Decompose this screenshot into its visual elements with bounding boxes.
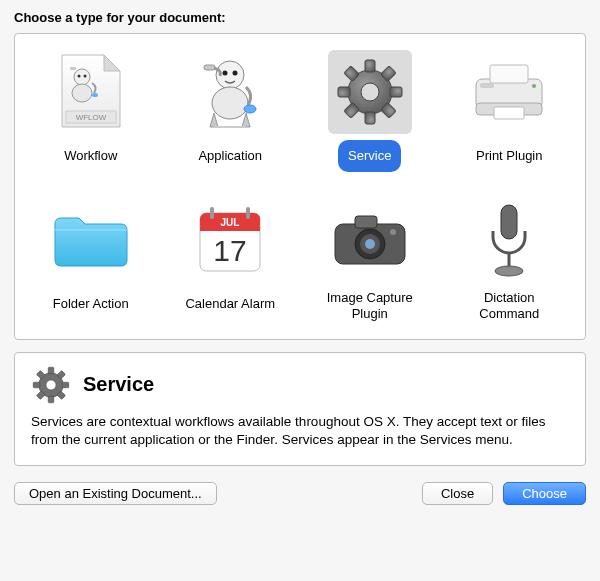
svg-rect-26 [210, 207, 214, 219]
choose-button[interactable]: Choose [503, 482, 586, 505]
svg-point-5 [72, 84, 92, 102]
svg-text:17: 17 [214, 234, 247, 267]
button-row: Open an Existing Document... Close Choos… [14, 482, 586, 505]
open-existing-button[interactable]: Open an Existing Document... [14, 482, 217, 505]
workflow-icon: WFLOW [49, 50, 133, 134]
type-print-plugin[interactable]: Print Plugin [444, 50, 576, 172]
svg-point-35 [390, 229, 396, 235]
svg-point-2 [74, 69, 90, 85]
svg-rect-40 [48, 367, 54, 374]
detail-gear-icon [31, 365, 71, 405]
svg-rect-6 [70, 67, 76, 70]
application-icon [188, 50, 272, 134]
type-workflow-label: Workflow [54, 140, 127, 172]
svg-point-10 [233, 71, 238, 76]
type-image-capture-plugin-label: Image Capture Plugin [304, 288, 436, 325]
svg-text:JUL: JUL [221, 217, 240, 228]
type-application-label: Application [188, 140, 272, 172]
svg-point-9 [223, 71, 228, 76]
type-folder-action-label: Folder Action [43, 288, 139, 320]
svg-text:WFLOW: WFLOW [75, 113, 106, 122]
type-dictation-command[interactable]: Dictation Command [444, 198, 576, 325]
svg-point-3 [77, 75, 80, 78]
folder-icon [49, 198, 133, 282]
type-image-capture-plugin[interactable]: Image Capture Plugin [304, 198, 436, 325]
type-dictation-command-label: Dictation Command [444, 288, 576, 325]
printer-icon [467, 50, 551, 134]
svg-rect-12 [204, 65, 215, 70]
svg-point-41 [46, 380, 56, 390]
type-application[interactable]: Application [165, 50, 297, 172]
close-button[interactable]: Close [422, 482, 493, 505]
svg-rect-20 [494, 107, 524, 119]
type-service[interactable]: Service [304, 50, 436, 172]
svg-point-22 [532, 84, 536, 88]
svg-point-38 [495, 266, 523, 276]
svg-rect-36 [501, 205, 517, 239]
svg-rect-19 [490, 65, 528, 83]
svg-rect-27 [246, 207, 250, 219]
svg-rect-31 [355, 216, 377, 228]
type-workflow[interactable]: WFLOW Workflow [25, 50, 157, 172]
type-calendar-alarm[interactable]: JUL 17 Calendar Alarm [165, 198, 297, 325]
svg-point-34 [365, 239, 375, 249]
calendar-icon: JUL 17 [188, 198, 272, 282]
type-print-plugin-label: Print Plugin [466, 140, 552, 172]
svg-rect-15 [365, 60, 375, 72]
type-calendar-alarm-label: Calendar Alarm [175, 288, 285, 320]
type-service-label: Service [338, 140, 401, 172]
service-gear-icon [328, 50, 412, 134]
page-title: Choose a type for your document: [14, 10, 586, 25]
svg-point-7 [92, 93, 98, 97]
svg-rect-21 [480, 83, 494, 88]
svg-point-16 [361, 83, 379, 101]
detail-title: Service [83, 373, 154, 396]
detail-description: Services are contextual workflows availa… [31, 413, 569, 449]
svg-point-13 [244, 105, 256, 113]
svg-point-4 [83, 75, 86, 78]
svg-point-11 [212, 87, 248, 119]
detail-panel: Service Services are contextual workflow… [14, 352, 586, 466]
microphone-icon [467, 198, 551, 282]
document-type-grid: WFLOW Workflow [14, 33, 586, 340]
camera-icon [328, 198, 412, 282]
type-folder-action[interactable]: Folder Action [25, 198, 157, 325]
